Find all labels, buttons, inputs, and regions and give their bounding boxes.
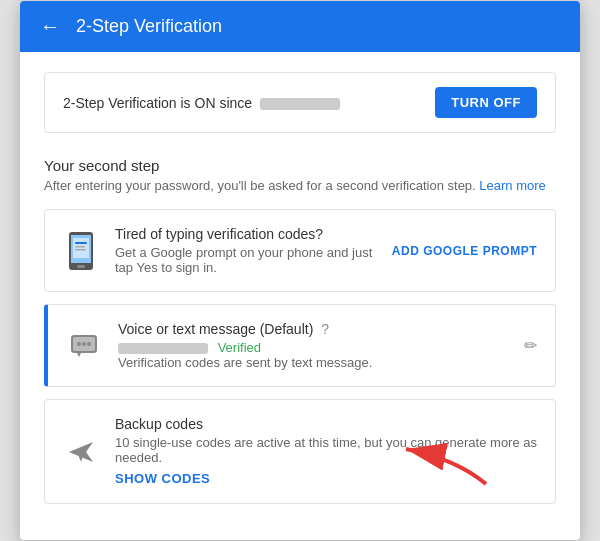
voice-text-card: Voice or text message (Default) ? Verifi… [44, 304, 556, 387]
google-prompt-desc: Get a Google prompt on your phone and ju… [115, 245, 376, 275]
verified-badge: Verified [218, 340, 261, 355]
window: ← 2-Step Verification 2-Step Verificatio… [20, 1, 580, 540]
header: ← 2-Step Verification [20, 1, 580, 52]
backup-codes-card: Backup codes 10 single-use codes are act… [44, 399, 556, 504]
add-google-prompt-button[interactable]: ADD GOOGLE PROMPT [392, 244, 537, 258]
backup-codes-desc: 10 single-use codes are active at this t… [115, 435, 537, 465]
backup-codes-title: Backup codes [115, 416, 537, 432]
edit-button[interactable]: ✏ [514, 336, 537, 355]
svg-rect-2 [73, 238, 89, 258]
voice-text-card-body: Voice or text message (Default) ? Verifi… [118, 321, 498, 370]
backup-codes-body: Backup codes 10 single-use codes are act… [115, 416, 537, 487]
section-title: Your second step [44, 157, 556, 174]
phone-icon [63, 233, 99, 269]
svg-marker-12 [77, 353, 81, 357]
svg-point-10 [82, 342, 86, 346]
backup-codes-wrapper: Backup codes 10 single-use codes are act… [44, 399, 556, 504]
svg-rect-4 [75, 242, 87, 244]
turn-off-button[interactable]: TURN OFF [435, 87, 537, 118]
voice-text-phone: Verified [118, 340, 498, 355]
svg-point-9 [77, 342, 81, 346]
section-subtitle: After entering your password, you'll be … [44, 178, 556, 193]
google-prompt-card-body: Tired of typing verification codes? Get … [115, 226, 376, 275]
svg-point-11 [87, 342, 91, 346]
voice-text-desc: Verification codes are sent by text mess… [118, 355, 498, 370]
phone-redacted [118, 343, 208, 354]
status-text: 2-Step Verification is ON since [63, 95, 340, 111]
svg-rect-5 [75, 246, 85, 248]
help-icon[interactable]: ? [321, 321, 329, 337]
airplane-icon [63, 434, 99, 470]
back-button[interactable]: ← [40, 15, 60, 38]
page-title: 2-Step Verification [76, 16, 222, 37]
status-bar: 2-Step Verification is ON since TURN OFF [44, 72, 556, 133]
date-redacted [260, 98, 340, 110]
learn-more-link[interactable]: Learn more [479, 178, 545, 193]
svg-rect-3 [77, 265, 85, 268]
voice-text-title: Voice or text message (Default) ? [118, 321, 498, 337]
google-prompt-title: Tired of typing verification codes? [115, 226, 376, 242]
second-step-section: Your second step After entering your pas… [44, 157, 556, 193]
content-area: 2-Step Verification is ON since TURN OFF… [20, 52, 580, 540]
show-codes-button[interactable]: SHOW CODES [115, 471, 210, 486]
svg-rect-6 [75, 249, 86, 251]
google-prompt-card: Tired of typing verification codes? Get … [44, 209, 556, 292]
message-icon [66, 328, 102, 364]
